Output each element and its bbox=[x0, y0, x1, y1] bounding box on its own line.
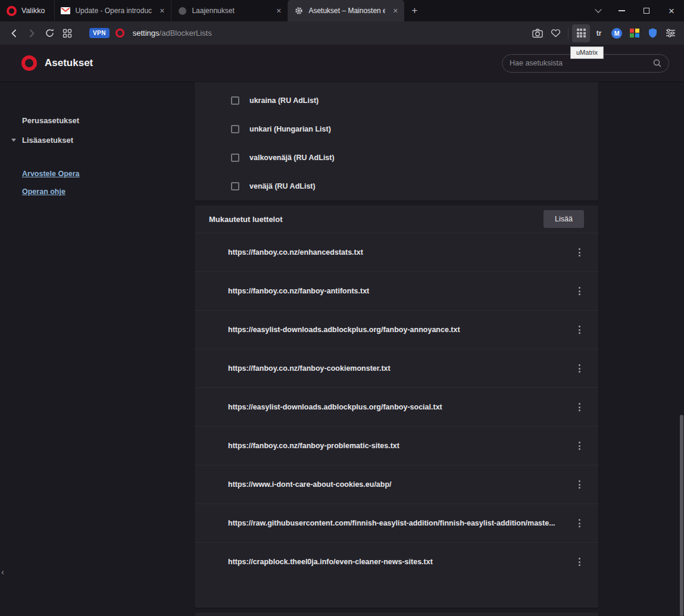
custom-list-row: https://fanboy.co.nz/fanboy-cookiemonste… bbox=[195, 349, 598, 387]
filter-list-label: unkari (Hungarian List) bbox=[249, 125, 331, 133]
tab-extensions[interactable]: Laajennukset × bbox=[171, 0, 288, 21]
filter-list-row: venäjä (RU AdList) bbox=[195, 172, 598, 201]
gear-icon bbox=[294, 6, 304, 15]
colored-grid-icon bbox=[630, 29, 639, 38]
kebab-menu-icon[interactable] bbox=[574, 477, 585, 492]
tune-icon bbox=[666, 29, 676, 37]
easy-setup-button[interactable] bbox=[661, 24, 679, 42]
reload-button[interactable] bbox=[40, 24, 58, 42]
shield-icon bbox=[648, 28, 657, 38]
tab-settings[interactable]: Asetukset – Mainosten esto × bbox=[288, 0, 404, 21]
custom-list-url: https://fanboy.co.nz/fanboy-problematic-… bbox=[228, 442, 574, 450]
tab-close-icon[interactable]: × bbox=[273, 7, 284, 15]
adguard-extension-button[interactable] bbox=[644, 24, 661, 42]
tab-title: Laajennukset bbox=[192, 7, 268, 15]
tab-update[interactable]: Update - Opera introduces × bbox=[54, 0, 171, 21]
sidebar-links: Arvostele Opera Operan ohje bbox=[0, 165, 145, 201]
mail-extension-button[interactable]: M bbox=[608, 24, 626, 42]
custom-lists-header: Mukautetut luettelot Lisää bbox=[195, 205, 598, 233]
custom-list-row: https://easylist-downloads.adblockplus.o… bbox=[195, 310, 598, 349]
custom-list-url: https://fanboy.co.nz/enhancedstats.txt bbox=[228, 248, 574, 257]
toolbar-divider bbox=[568, 28, 569, 39]
custom-lists-card: Mukautetut luettelot Lisää https://fanbo… bbox=[195, 205, 598, 608]
checkbox[interactable] bbox=[231, 154, 239, 162]
chevron-down-icon bbox=[11, 139, 16, 142]
kebab-menu-icon[interactable] bbox=[574, 438, 585, 454]
kebab-menu-icon[interactable] bbox=[574, 322, 585, 337]
umatrix-tooltip: uMatrix bbox=[570, 46, 604, 59]
search-icon bbox=[653, 59, 661, 67]
forward-button[interactable] bbox=[23, 24, 40, 42]
settings-sidebar: Perusasetukset Lisäasetukset Arvostele O… bbox=[0, 82, 145, 616]
url-text[interactable]: settings/adBlockerLists bbox=[133, 29, 212, 37]
custom-list-row: https://fanboy.co.nz/fanboy-antifonts.tx… bbox=[195, 271, 598, 310]
menu-button[interactable]: Valikko bbox=[0, 0, 54, 21]
opera-page-icon[interactable] bbox=[115, 29, 124, 37]
scrollbar-thumb[interactable] bbox=[680, 415, 683, 616]
settings-content: ukraina (RU AdList) unkari (Hungarian Li… bbox=[145, 82, 684, 616]
checkbox[interactable] bbox=[231, 125, 239, 133]
sidebar-collapse-icon[interactable]: ‹ bbox=[1, 567, 4, 577]
search-input[interactable] bbox=[510, 59, 653, 67]
checkbox[interactable] bbox=[231, 96, 239, 105]
custom-list-row: https://fanboy.co.nz/fanboy-problematic-… bbox=[195, 426, 598, 465]
tab-search-icon[interactable] bbox=[588, 0, 609, 21]
tab-close-icon[interactable]: × bbox=[390, 7, 401, 15]
custom-list-url: https://easylist-downloads.adblockplus.o… bbox=[228, 403, 574, 411]
new-tab-button[interactable]: + bbox=[404, 0, 424, 21]
maximize-button[interactable] bbox=[634, 0, 659, 21]
snapshot-camera-icon[interactable] bbox=[529, 24, 546, 42]
back-button[interactable] bbox=[5, 24, 23, 42]
custom-list-row: https://www.i-dont-care-about-cookies.eu… bbox=[195, 465, 598, 504]
custom-list-url: https://fanboy.co.nz/fanboy-antifonts.tx… bbox=[228, 287, 574, 295]
custom-list-row: https://fanboy.co.nz/enhancedstats.txt bbox=[195, 233, 598, 271]
kebab-menu-icon[interactable] bbox=[574, 283, 585, 299]
speed-dial-button[interactable] bbox=[58, 24, 76, 42]
rate-opera-link[interactable]: Arvostele Opera bbox=[0, 165, 145, 183]
minimize-button[interactable] bbox=[609, 0, 634, 21]
translator-extension-button[interactable]: tr bbox=[590, 24, 608, 42]
opera-logo-icon bbox=[7, 6, 17, 16]
kebab-menu-icon[interactable] bbox=[574, 399, 585, 415]
filter-list-row: ukraina (RU AdList) bbox=[195, 86, 598, 115]
settings-page: Perusasetukset Lisäasetukset Arvostele O… bbox=[0, 82, 684, 616]
bookmark-heart-icon[interactable] bbox=[546, 24, 564, 42]
kebab-menu-icon[interactable] bbox=[574, 245, 585, 260]
tab-title: Asetukset – Mainosten esto bbox=[308, 7, 385, 15]
kebab-menu-icon[interactable] bbox=[574, 515, 585, 531]
sidebar-item-basic[interactable]: Perusasetukset bbox=[0, 111, 145, 130]
custom-list-url: https://fanboy.co.nz/fanboy-cookiemonste… bbox=[228, 364, 574, 373]
custom-list-row: https://easylist-downloads.adblockplus.o… bbox=[195, 387, 598, 426]
filter-list-row: unkari (Hungarian List) bbox=[195, 115, 598, 143]
filter-list-label: ukraina (RU AdList) bbox=[249, 96, 318, 105]
tab-title: Update - Opera introduces bbox=[75, 7, 152, 15]
sidebar-item-label: Perusasetukset bbox=[22, 116, 79, 125]
url-primary: settings bbox=[133, 29, 160, 37]
checkbox[interactable] bbox=[231, 182, 239, 190]
vpn-badge[interactable]: VPN bbox=[89, 28, 110, 38]
menu-label: Valikko bbox=[21, 7, 45, 15]
page-title: Asetukset bbox=[45, 57, 93, 69]
filter-list-row: valkovenäjä (RU AdList) bbox=[195, 143, 598, 172]
sidebar-item-advanced[interactable]: Lisäasetukset bbox=[0, 130, 145, 150]
custom-list-url: https://raw.githubusercontent.com/finnis… bbox=[228, 519, 574, 527]
address-toolbar: VPN settings/adBlockerLists tr M uMatrix bbox=[0, 21, 684, 45]
opera-help-link[interactable]: Operan ohje bbox=[0, 183, 145, 201]
url-secondary: /adBlockerLists bbox=[160, 29, 212, 37]
close-button[interactable]: × bbox=[659, 0, 684, 21]
umatrix-icon bbox=[577, 29, 586, 37]
filter-list-label: valkovenäjä (RU AdList) bbox=[249, 154, 335, 162]
custom-list-url: https://crapblock.theel0ja.info/even-cle… bbox=[228, 558, 574, 566]
chrome-extensions-button[interactable] bbox=[626, 24, 644, 42]
filter-lists-card: ukraina (RU AdList) unkari (Hungarian Li… bbox=[195, 82, 598, 201]
mail-icon: M bbox=[611, 28, 622, 39]
filter-list-label: venäjä (RU AdList) bbox=[249, 182, 316, 190]
kebab-menu-icon[interactable] bbox=[574, 554, 585, 570]
kebab-menu-icon[interactable] bbox=[574, 361, 585, 376]
tab-bar: Valikko Update - Opera introduces × Laaj… bbox=[0, 0, 684, 21]
add-list-button[interactable]: Lisää bbox=[544, 210, 584, 228]
tab-close-icon[interactable]: × bbox=[157, 7, 167, 15]
umatrix-extension-button[interactable] bbox=[572, 24, 590, 42]
sidebar-item-label: Lisäasetukset bbox=[22, 136, 73, 145]
custom-lists-title: Mukautetut luettelot bbox=[209, 215, 283, 224]
